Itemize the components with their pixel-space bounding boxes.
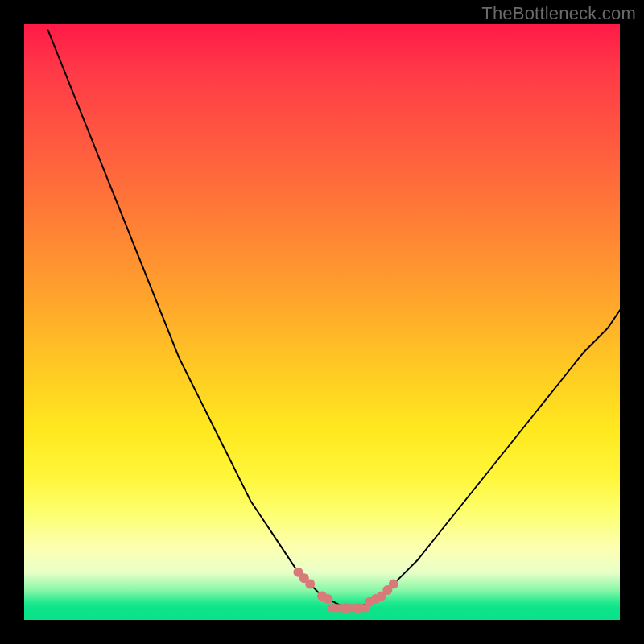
curve-marker-dot xyxy=(389,580,398,589)
watermark-text: TheBottleneck.com xyxy=(481,3,636,24)
curve-marker-dot xyxy=(323,594,332,604)
chart-frame: TheBottleneck.com xyxy=(0,0,644,644)
plot-area xyxy=(24,24,620,620)
optimal-zone-bar xyxy=(328,604,369,612)
bottleneck-curve-line xyxy=(48,30,620,608)
curve-marker-dot xyxy=(305,580,315,589)
curve-svg xyxy=(24,24,620,620)
